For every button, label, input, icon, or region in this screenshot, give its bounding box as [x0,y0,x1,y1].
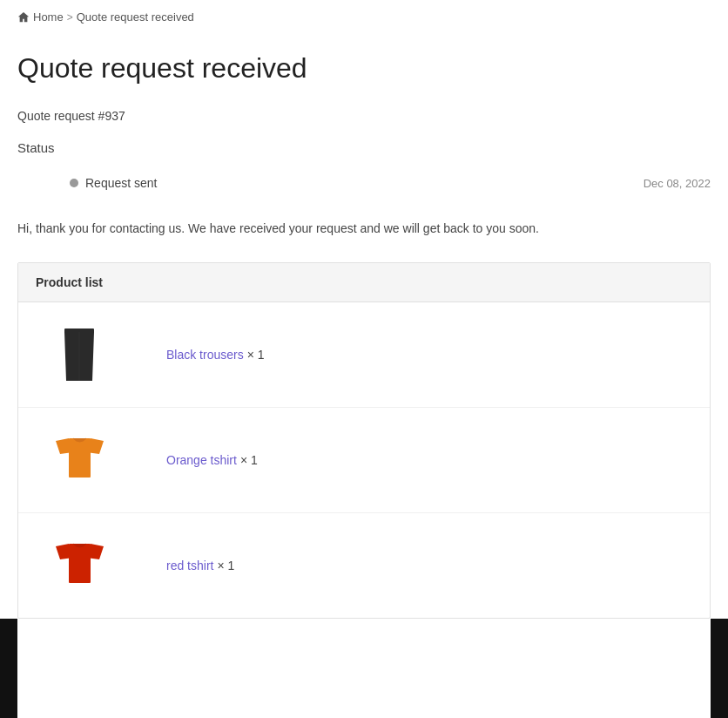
breadcrumb-current: Quote request received [77,10,194,24]
product-image-red-tshirt [44,531,114,600]
product-item: Orange tshirt × 1 [18,408,710,513]
product-info-orange-tshirt: Orange tshirt × 1 [166,453,258,467]
product-link-red-tshirt[interactable]: red tshirt [166,559,213,572]
left-panel [0,619,17,654]
home-icon [17,11,30,24]
status-date: Dec 08, 2022 [644,177,711,190]
tshirt-red-icon [56,542,104,590]
product-quantity-orange-tshirt: × 1 [240,453,258,467]
product-list-header: Product list [18,263,710,302]
product-image-orange-tshirt [44,425,114,495]
product-info-red-tshirt: red tshirt × 1 [166,559,234,572]
thank-you-message: Hi, thank you for contacting us. We have… [17,220,711,238]
product-link-trousers[interactable]: Black trousers [166,348,244,362]
svg-rect-6 [69,438,91,478]
status-left: Request sent [70,176,158,190]
svg-rect-9 [69,544,91,583]
product-image-trousers [44,320,114,389]
product-info-trousers: Black trousers × 1 [166,348,265,362]
main-content: Quote request received Quote request #93… [0,34,728,654]
product-item: Black trousers × 1 [18,302,710,408]
product-quantity-red-tshirt: × 1 [217,559,234,572]
status-row: Request sent Dec 08, 2022 [17,167,711,199]
page-title: Quote request received [17,51,711,85]
breadcrumb: Home > Quote request received [0,0,728,34]
home-label: Home [33,10,64,24]
product-link-orange-tshirt[interactable]: Orange tshirt [166,453,237,467]
product-list-section: Product list Black trousers × 1 [17,262,711,619]
status-heading: Status [17,140,711,155]
trouser-icon [62,329,97,381]
status-dot [70,179,78,187]
right-panel [711,619,728,654]
status-text: Request sent [85,176,158,190]
tshirt-orange-icon [56,437,104,484]
product-quantity-trousers: × 1 [247,348,265,362]
home-link[interactable]: Home [17,10,64,24]
product-item: red tshirt × 1 [18,513,710,618]
breadcrumb-separator: > [67,11,73,24]
quote-number: Quote request #937 [17,109,711,123]
